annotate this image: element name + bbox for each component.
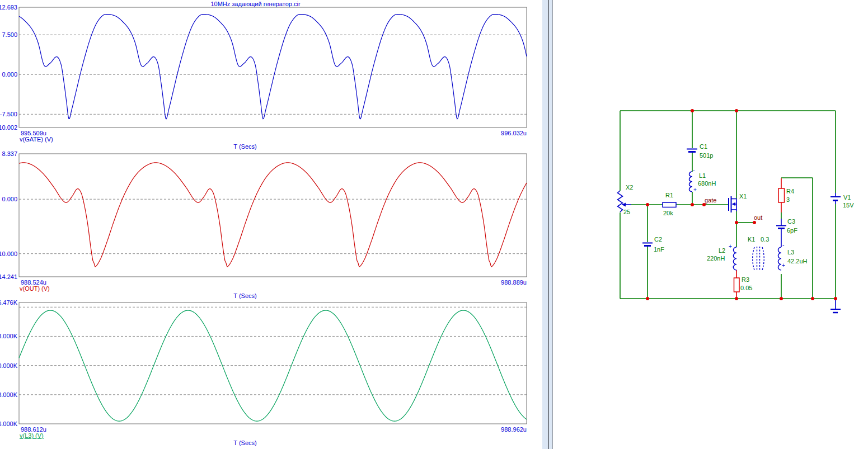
component-ref-r4[interactable]: R4 (786, 188, 794, 195)
x-axis-end-label: 988.889u (459, 279, 527, 286)
y-tick-label: -14.241 (0, 273, 17, 280)
minus-polarity-mark: - (693, 168, 695, 173)
x-axis-end-label: 988.962u (459, 426, 527, 433)
y-tick-label: -7.500 (0, 111, 17, 117)
junction-dot (780, 297, 783, 300)
plus-polarity-mark: + (729, 244, 732, 249)
junction-dot (735, 297, 738, 300)
plot-area-2[interactable] (19, 154, 527, 277)
component-value-l3[interactable]: 42.2uH (787, 258, 807, 264)
waveform-curve-v-out-v-[interactable] (19, 163, 527, 267)
inductor-l1[interactable] (689, 172, 692, 192)
y-tick-label: 12.693 (0, 4, 17, 11)
coupling-k1[interactable] (762, 247, 764, 270)
curve-label[interactable]: v(L3) (V) (20, 432, 44, 439)
junction-dot (735, 221, 738, 224)
plus-polarity-mark: + (782, 263, 785, 268)
component-ref-c1[interactable]: C1 (700, 143, 707, 150)
component-ref-l1[interactable]: L1 (699, 172, 706, 179)
y-tick-label: 6.476K (0, 299, 17, 306)
component-ref-x2[interactable]: X2 (626, 184, 633, 191)
y-tick-label: -6.000K (0, 420, 17, 427)
coupling-k1[interactable] (753, 247, 754, 270)
x-axis-title: T (Secs) (223, 143, 268, 150)
junction-dot (834, 297, 837, 300)
component-ref-x1[interactable]: X1 (739, 193, 747, 200)
curve-label[interactable]: v(OUT) (V) (20, 285, 50, 292)
plot-title: 10MHz задающий генератор.cir (19, 1, 492, 7)
node-label-gate[interactable]: gate (705, 197, 716, 204)
component-value-c2[interactable]: 1nF (654, 246, 664, 253)
component-value-x2[interactable]: 25 (623, 209, 630, 215)
resistor-r1[interactable] (663, 202, 676, 207)
resistor-r3[interactable] (734, 278, 740, 292)
x-axis-title: T (Secs) (223, 439, 268, 446)
component-value-c1[interactable]: 501p (700, 152, 713, 159)
minus-polarity-mark: - (731, 264, 733, 270)
curve-label[interactable]: v(GATE) (V) (20, 136, 53, 143)
x-axis-title: T (Secs) (223, 292, 268, 299)
component-value-k1[interactable]: 0.3 (761, 236, 769, 243)
y-tick-label: -3.000K (0, 391, 17, 398)
node-label-out[interactable]: out (754, 214, 762, 221)
component-value-r3[interactable]: 0.05 (740, 285, 752, 291)
minus-polarity-mark: - (782, 243, 784, 248)
component-value-v1[interactable]: 15V (843, 202, 854, 209)
component-value-c3[interactable]: 6pF (787, 227, 797, 234)
plot-area-3[interactable] (19, 303, 527, 424)
inductor-l3[interactable] (778, 247, 781, 270)
junction-dot (691, 109, 694, 112)
junction-dot (646, 203, 649, 206)
component-ref-r1[interactable]: R1 (665, 192, 673, 198)
component-ref-l2[interactable]: L2 (719, 247, 725, 254)
inductor-l2[interactable] (733, 247, 736, 270)
potentiometer-x2[interactable] (618, 191, 623, 212)
y-tick-label: 0.000K (0, 362, 17, 369)
resistor-r4[interactable] (778, 188, 785, 202)
window-frame-line (552, 0, 553, 449)
junction-dot (735, 109, 738, 112)
component-ref-v1[interactable]: V1 (843, 194, 851, 201)
component-value-l1[interactable]: 680nH (698, 180, 716, 187)
y-tick-label: 7.500 (0, 31, 17, 38)
graphics-layer (0, 0, 868, 449)
component-value-r4[interactable]: 3 (786, 196, 790, 203)
mosfet-x1-body-arrow (732, 202, 736, 206)
y-tick-label: -10.000 (0, 251, 17, 257)
y-tick-label: -10.002 (0, 124, 17, 131)
plot-pane-vertical-scrollbar[interactable] (542, 0, 548, 449)
x-axis-end-label: 996.032u (459, 130, 527, 136)
plus-polarity-mark: + (693, 187, 697, 193)
y-tick-label: 8.337 (0, 150, 17, 157)
y-tick-label: 3.000K (0, 333, 17, 339)
component-value-l2[interactable]: 220nH (707, 255, 725, 262)
component-value-r1[interactable]: 20k (663, 210, 673, 216)
component-ref-l3[interactable]: L3 (787, 249, 794, 256)
junction-dot (691, 203, 694, 206)
component-ref-r3[interactable]: R3 (742, 276, 749, 283)
waveform-curve-v-gate-v-[interactable] (19, 15, 527, 119)
junction-dot (811, 297, 814, 300)
component-ref-k1[interactable]: K1 (748, 236, 755, 243)
component-ref-c3[interactable]: C3 (787, 218, 795, 225)
y-tick-label: 0.000 (0, 196, 17, 202)
junction-dot (646, 297, 649, 300)
component-ref-c2[interactable]: C2 (654, 236, 662, 243)
junction-dot (753, 221, 756, 224)
y-tick-label: 0.000 (0, 71, 17, 78)
micro-cap-window: 10MHz задающий генератор.cir 12.6937.500… (0, 0, 868, 449)
